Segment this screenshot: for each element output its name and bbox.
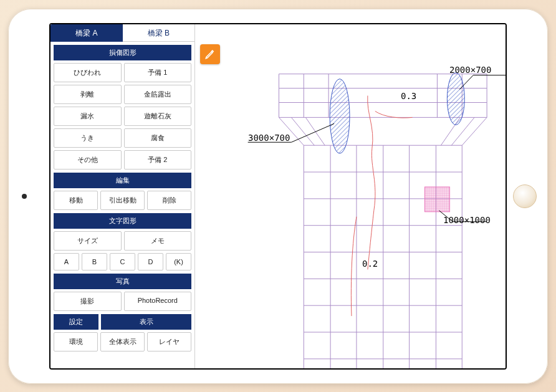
- damage-crack-button[interactable]: ひびわれ: [54, 63, 122, 82]
- annotation-2000x700: 2000×700: [449, 65, 491, 75]
- section-text-shapes: 文字図形: [54, 213, 191, 229]
- damage-corrosion-button[interactable]: 腐食: [124, 128, 192, 148]
- drawing-canvas[interactable]: 2000×700 3000×700 1000×1000 0.3 0.2: [195, 24, 506, 368]
- display-fit-button[interactable]: 全体表示: [100, 332, 145, 351]
- settings-environment-button[interactable]: 環境: [54, 332, 98, 351]
- side-panel: 橋梁 A 橋梁 B 損傷図形 ひびわれ 予備 1 剥離 金筋露出 漏水 遊離石灰…: [50, 24, 195, 368]
- edit-delete-button[interactable]: 削除: [147, 191, 191, 210]
- annotation-value-0-3: 0.3: [401, 91, 416, 101]
- section-damage-shapes: 損傷図形: [54, 45, 191, 60]
- svg-rect-24: [425, 186, 450, 211]
- damage-leak-button[interactable]: 漏水: [54, 107, 122, 126]
- section-photo: 写真: [54, 274, 191, 289]
- damage-reserve1-button[interactable]: 予備 1: [124, 63, 192, 82]
- svg-point-22: [330, 79, 350, 153]
- section-display: 表示: [101, 314, 191, 330]
- app-screen: 橋梁 A 橋梁 B 損傷図形 ひびわれ 予備 1 剥離 金筋露出 漏水 遊離石灰…: [49, 23, 507, 370]
- grade-d-button[interactable]: D: [138, 253, 163, 270]
- section-settings: 設定: [54, 314, 98, 330]
- bridge-tabs: 橋梁 A 橋梁 B: [50, 24, 194, 42]
- text-memo-button[interactable]: メモ: [124, 231, 192, 251]
- edit-leader-move-button[interactable]: 引出移動: [100, 191, 145, 210]
- edit-move-button[interactable]: 移動: [54, 191, 98, 210]
- damage-float-button[interactable]: うき: [54, 128, 122, 148]
- tab-bridge-b[interactable]: 橋梁 B: [123, 24, 195, 42]
- damage-other-button[interactable]: その他: [54, 150, 122, 170]
- tab-bridge-a[interactable]: 橋梁 A: [50, 24, 123, 42]
- damage-rebar-button[interactable]: 金筋露出: [124, 85, 192, 104]
- grade-k-button[interactable]: (K): [166, 253, 191, 270]
- svg-point-23: [447, 72, 464, 125]
- damage-reserve2-button[interactable]: 予備 2: [124, 150, 192, 170]
- structure-drawing: [195, 24, 506, 370]
- damage-lime-button[interactable]: 遊離石灰: [124, 107, 192, 126]
- section-edit: 編集: [54, 173, 191, 188]
- display-layer-button[interactable]: レイヤ: [147, 332, 191, 351]
- device-camera: [22, 194, 27, 199]
- grade-b-button[interactable]: B: [82, 253, 107, 270]
- annotation-value-0-2: 0.2: [362, 259, 378, 269]
- home-button[interactable]: [513, 184, 537, 208]
- grade-c-button[interactable]: C: [110, 253, 135, 270]
- damage-peel-button[interactable]: 剥離: [54, 85, 122, 104]
- annotation-3000x700: 3000×700: [248, 133, 290, 143]
- photo-record-button[interactable]: PhotoRecord: [124, 292, 192, 311]
- photo-capture-button[interactable]: 撮影: [54, 292, 122, 311]
- text-size-button[interactable]: サイズ: [54, 231, 122, 251]
- svg-line-25: [291, 123, 334, 142]
- annotation-1000x1000: 1000×1000: [443, 215, 491, 225]
- grade-a-button[interactable]: A: [54, 253, 79, 270]
